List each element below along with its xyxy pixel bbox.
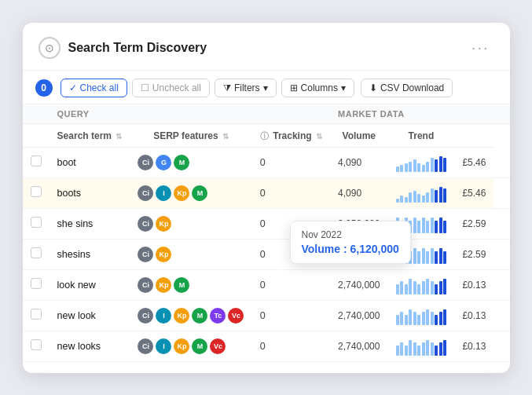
badge-ci: Ci <box>138 308 153 324</box>
checkbox[interactable] <box>31 339 42 350</box>
trend-bar <box>409 340 412 356</box>
trend-bar <box>396 218 399 233</box>
trend-bar <box>422 281 425 294</box>
price-cell: £2.59 <box>454 239 493 269</box>
trend-bar <box>443 309 446 325</box>
volume-cell: 2,740,000 <box>330 269 388 300</box>
search-term-cell: boots <box>50 177 130 208</box>
trend-bar <box>413 218 416 233</box>
sort-icon: ⇅ <box>116 132 122 141</box>
row-checkbox[interactable] <box>23 208 50 239</box>
trend-bar <box>431 158 434 172</box>
row-checkbox[interactable] <box>23 177 50 208</box>
tracking-cell: 0 <box>252 300 330 331</box>
page-title: Search Term Discovery <box>68 41 207 55</box>
section-header-row: Query Market data <box>23 104 510 124</box>
trend-bar <box>439 187 442 203</box>
trend-bar <box>400 165 403 172</box>
csv-download-button[interactable]: ⬇ CSV Download <box>361 79 453 97</box>
trend-bar <box>405 218 408 233</box>
checkbox[interactable] <box>31 247 42 258</box>
checkbox[interactable] <box>31 278 42 289</box>
tracking-col-header[interactable]: ⓘ Tracking ⇅ <box>252 123 330 147</box>
badge-i: I <box>156 338 171 354</box>
trend-bar <box>443 221 446 233</box>
trend-bar <box>413 159 416 172</box>
tracking-cell: 0 <box>252 208 330 239</box>
trend-cell <box>388 208 455 239</box>
search-term-cell: look new <box>50 269 130 300</box>
serp-features-cell: CiGM <box>130 147 251 177</box>
trend-bar <box>431 218 434 233</box>
search-term-col-header[interactable]: Search term ⇅ <box>50 123 130 147</box>
trend-bar <box>396 199 399 203</box>
price-cell: £2.59 <box>454 208 493 239</box>
columns-button[interactable]: ⊞ Columns ▾ <box>281 79 354 97</box>
serp-features-cell: CiKp <box>130 239 251 269</box>
trend-bar <box>417 251 420 264</box>
row-checkbox[interactable] <box>23 269 50 300</box>
trend-col-header[interactable]: Trend <box>388 123 455 147</box>
trend-bar <box>435 251 438 264</box>
trend-cell <box>388 361 455 364</box>
checkbox[interactable] <box>31 217 42 228</box>
badge-m: M <box>174 277 189 293</box>
serp-features-col-header[interactable]: SERP features ⇅ <box>130 123 251 147</box>
trend-bar <box>400 312 403 325</box>
uncheck-icon: ☐ <box>141 82 149 93</box>
badge-vc: Vc <box>228 308 244 324</box>
chevron-down-icon: ▾ <box>341 82 346 93</box>
trend-bar <box>426 162 429 172</box>
price-cell: £0.13 <box>454 300 493 331</box>
table-row: look newCiKpM02,740,000£0.13 <box>23 269 510 300</box>
badge-m: M <box>192 308 207 324</box>
trend-bar <box>400 196 403 203</box>
trend-bar <box>435 190 438 203</box>
row-checkbox[interactable] <box>23 300 50 331</box>
table-row: bootCiGM04,090£5.46 <box>23 147 510 177</box>
checkbox[interactable] <box>31 186 42 197</box>
trend-bar <box>405 197 408 203</box>
trend-cell <box>388 239 455 269</box>
trend-bar <box>435 159 438 172</box>
more-options-button[interactable]: ··· <box>467 37 494 58</box>
trend-bar <box>396 248 399 264</box>
badge-ci: Ci <box>138 155 153 170</box>
trend-bar <box>426 279 429 294</box>
row-checkbox[interactable] <box>23 239 50 269</box>
trend-bar <box>405 248 408 264</box>
trend-bar <box>409 251 412 264</box>
trend-bar <box>413 312 416 325</box>
trend-bar <box>417 284 420 294</box>
check-all-button[interactable]: ✓ Check all <box>61 79 127 97</box>
badge-kp: Kp <box>174 185 189 201</box>
trend-bar <box>426 221 429 233</box>
row-checkbox[interactable] <box>23 331 50 361</box>
badge-kp: Kp <box>156 277 171 293</box>
trend-bar <box>405 163 408 172</box>
sort-icon: ⇅ <box>316 132 322 141</box>
checkbox[interactable] <box>31 155 42 166</box>
trend-bar <box>417 163 420 172</box>
trend-bar <box>439 248 442 264</box>
table-row: new looksCiIKpMVc02,740,000£0.13 <box>23 331 510 361</box>
volume-cell: 3,350,000 <box>330 239 388 269</box>
uncheck-all-button[interactable]: ☐ Uncheck all <box>132 79 210 97</box>
trend-bar <box>422 248 425 264</box>
main-card: ⊙ Search Term Discovery ··· 0 ✓ Check al… <box>23 23 510 373</box>
checkbox[interactable] <box>31 309 42 320</box>
price-cell: £0.13 <box>454 269 493 300</box>
tracking-cell: 0 <box>252 239 330 269</box>
volume-col-header[interactable]: Volume <box>330 123 388 147</box>
trend-bar <box>413 191 416 203</box>
tracking-cell: 0 <box>252 147 330 177</box>
badge-ci: Ci <box>138 185 153 201</box>
trend-bar <box>417 221 420 233</box>
search-term-cell: new looks <box>50 331 130 361</box>
row-checkbox[interactable] <box>23 147 50 177</box>
trend-cell <box>388 147 455 177</box>
volume-cell: 2,740,000 <box>330 331 388 361</box>
row-checkbox[interactable] <box>23 361 50 364</box>
filters-button[interactable]: ⧩ Filters ▾ <box>215 79 277 97</box>
header-icon: ⊙ <box>39 37 61 59</box>
